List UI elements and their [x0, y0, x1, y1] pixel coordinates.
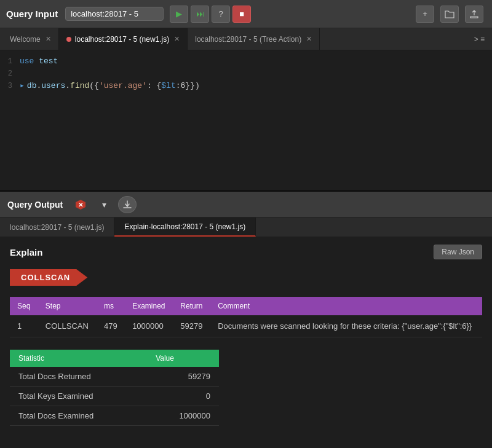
explain-header-row: Explain Raw Json — [10, 245, 482, 259]
col-examined: Examined — [125, 297, 173, 315]
download-output-button[interactable] — [118, 196, 137, 213]
stats-table-row: Total Docs Returned 59279 — [10, 367, 219, 387]
tab-close-new1js[interactable]: ✕ — [174, 35, 180, 43]
tab-treeaction[interactable]: localhost:28017 - 5 (Tree Action) ✕ — [188, 28, 320, 50]
explain-table-header: Seq Step ms Examined Return Comment — [10, 297, 482, 315]
output-header: Query Output ✕ ▾ — [0, 192, 492, 218]
open-folder-button[interactable] — [440, 6, 459, 23]
code-line-3: 3 ▸db.users.find({'user.age': {$lt:6}}) — [0, 80, 492, 92]
cell-comment: Documents were scanned looking for these… — [210, 315, 482, 337]
stats-table-header: Statistic Value — [10, 350, 219, 367]
cell-value: 1000000 — [147, 406, 219, 426]
cell-seq: 1 — [10, 315, 38, 337]
output-tab-results[interactable]: localhost:28017 - 5 (new1.js) — [0, 218, 114, 237]
cell-stat: Total Docs Examined — [10, 406, 147, 426]
col-comment: Comment — [210, 297, 482, 315]
output-title: Query Output — [7, 200, 63, 210]
explain-table-row: 1 COLLSCAN 479 1000000 59279 Documents w… — [10, 315, 482, 337]
cell-step: COLLSCAN — [38, 315, 97, 337]
code-line-2: 2 — [0, 68, 492, 80]
tab-welcome[interactable]: Welcome ✕ — [2, 28, 59, 50]
raw-json-button[interactable]: Raw Json — [434, 245, 482, 259]
help-button[interactable]: ? — [212, 6, 230, 23]
stats-table-row: Total Keys Examined 0 — [10, 387, 219, 406]
top-bar-right: + — [416, 6, 486, 23]
play-button[interactable]: ▶ — [170, 6, 188, 23]
clear-output-button[interactable]: ✕ — [71, 196, 90, 213]
expand-output-button[interactable]: ▾ — [95, 196, 113, 213]
col-value: Value — [147, 350, 219, 367]
stop-button[interactable]: ■ — [232, 6, 251, 23]
tab-label: Welcome — [10, 35, 41, 44]
tab-label: localhost:28017 - 5 (Tree Action) — [195, 35, 301, 44]
explain-label: Explain — [10, 247, 42, 257]
stats-table: Statistic Value Total Docs Returned 5927… — [10, 350, 219, 426]
tab-overflow[interactable]: > ≡ — [469, 35, 490, 44]
cell-value: 59279 — [147, 367, 219, 387]
output-tab-explain[interactable]: Explain-localhost:28017 - 5 (new1.js) — [114, 218, 256, 237]
cell-examined: 1000000 — [125, 315, 173, 337]
cell-stat: Total Keys Examined — [10, 387, 147, 406]
col-statistic: Statistic — [10, 350, 147, 367]
explain-table: Seq Step ms Examined Return Comment 1 CO… — [10, 297, 482, 337]
col-step: Step — [38, 297, 97, 315]
app-title: Query Input — [6, 9, 58, 19]
collscan-badge: COLLSCAN — [10, 269, 87, 286]
top-bar: Query Input localhost:28017 - 5 ▶ ⏭ ? ■ … — [0, 0, 492, 28]
output-tabs: localhost:28017 - 5 (new1.js) Explain-lo… — [0, 218, 492, 237]
add-tab-button[interactable]: + — [416, 6, 434, 23]
connection-select[interactable]: localhost:28017 - 5 — [65, 7, 164, 21]
col-seq: Seq — [10, 297, 38, 315]
tab-close-welcome[interactable]: ✕ — [46, 35, 51, 43]
col-ms: ms — [97, 297, 125, 315]
tab-label: localhost:28017 - 5 (new1.js) — [75, 35, 169, 44]
col-return: Return — [173, 297, 210, 315]
tab-close-treeaction[interactable]: ✕ — [306, 35, 312, 43]
cell-return: 59279 — [173, 315, 210, 337]
tab-dot — [66, 37, 71, 42]
fast-forward-button[interactable]: ⏭ — [191, 6, 209, 23]
explain-content: Explain Raw Json COLLSCAN Seq Step ms Ex… — [0, 237, 492, 448]
cell-value: 0 — [147, 387, 219, 406]
tab-new1js[interactable]: localhost:28017 - 5 (new1.js) ✕ — [59, 28, 188, 50]
svg-text:✕: ✕ — [78, 202, 83, 208]
code-line-1: 1 use test — [0, 55, 492, 68]
editor-area[interactable]: 1 use test 2 3 ▸db.users.find({'user.age… — [0, 50, 492, 192]
cell-ms: 479 — [97, 315, 125, 337]
stats-table-row: Total Docs Examined 1000000 — [10, 406, 219, 426]
cell-stat: Total Docs Returned — [10, 367, 147, 387]
export-button[interactable] — [465, 6, 483, 23]
tabs-bar: Welcome ✕ localhost:28017 - 5 (new1.js) … — [0, 28, 492, 50]
